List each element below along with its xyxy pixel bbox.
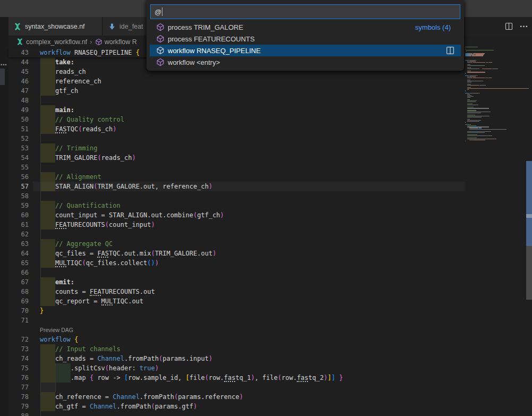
quick-open-item-1[interactable]: process FEATURECOUNTS	[150, 33, 461, 45]
editor-scrollbar-thumb[interactable]	[526, 246, 532, 300]
tab-label: ide_feat	[119, 23, 143, 30]
minimap-line	[467, 97, 470, 98]
minimap-line	[468, 54, 475, 55]
line-number: 50	[14, 115, 29, 124]
minimap-line	[467, 64, 470, 65]
line-number: 74	[14, 354, 29, 363]
code-line-57: 57 STAR_ALIGN(TRIM_GALORE.out, reference…	[8, 182, 465, 191]
arrow-down-icon	[108, 22, 116, 31]
breadcrumb-file[interactable]: complex_workflow.nf	[26, 38, 87, 46]
code-line-61: 61 FEATURECOUNTS(count_input)	[8, 220, 465, 230]
minimap-line	[492, 69, 498, 69]
code-text: workflow {	[40, 335, 78, 344]
minimap-line	[467, 119, 470, 120]
code-text: qc_files = FASTQC.out.mix(TRIM_GALORE.ou…	[40, 249, 216, 258]
minimap-line	[467, 71, 471, 71]
codelens-preview-dag[interactable]: Preview DAG	[40, 325, 73, 335]
minimap-line	[469, 140, 475, 140]
minimap-line	[470, 124, 470, 125]
minimap-line	[479, 131, 491, 132]
code-text: // Alignment	[40, 172, 101, 182]
nextflow-logo-icon	[13, 22, 22, 31]
quick-open-input[interactable]: @	[150, 4, 460, 19]
nextflow-logo-icon	[16, 38, 24, 46]
minimap-line	[467, 88, 529, 89]
minimap-line	[469, 129, 507, 130]
line-number: 71	[14, 316, 29, 325]
line-number: 44	[14, 57, 29, 67]
code-editor[interactable]: 44 take:45 reads_ch46 reference_ch47 gtf…	[8, 48, 532, 416]
code-line-73: 73 // Input channels	[8, 344, 465, 354]
code-text: emit:	[40, 277, 74, 287]
overview-ruler-cursor	[526, 214, 532, 218]
code-text: gtf_ch	[40, 86, 78, 96]
code-line-71: 71	[8, 316, 465, 325]
quick-open-item-2[interactable]: workflow RNASEQ_PIPELINE	[150, 45, 461, 56]
minimap-line	[467, 94, 470, 95]
minimap-line	[467, 80, 470, 80]
split-editor-icon[interactable]	[446, 46, 454, 55]
minimap-line	[467, 87, 471, 88]
minimap-line	[467, 139, 487, 139]
hint-diagnostic-dots	[297, 381, 308, 382]
minimap-line	[477, 75, 477, 76]
quick-open-item-3[interactable]: workflow <entry>	[150, 56, 461, 68]
line-number: 45	[14, 67, 29, 77]
overview-ruler-range	[526, 161, 532, 246]
ellipsis-icon	[520, 22, 528, 30]
line-number: 49	[14, 105, 29, 115]
indent-rainbow-strip	[40, 383, 56, 392]
code-text: // Input channels	[40, 344, 121, 354]
hint-diagnostic-dots	[101, 304, 113, 305]
minimap-line	[465, 49, 466, 49]
split-editor-button[interactable]	[501, 17, 516, 36]
minimap-line	[465, 93, 469, 94]
minimap-line	[487, 139, 495, 139]
code-text: ch_gtf = Channel.fromPath(params.gtf)	[40, 402, 197, 411]
line-number: 43	[14, 48, 29, 57]
minimap-line	[467, 107, 474, 107]
minimap-line	[469, 61, 476, 62]
line-number: 46	[14, 77, 29, 86]
code-line-76: 76 .map { row -> [row.sample_id, [file(r…	[8, 373, 465, 383]
symbol-cube-icon	[156, 58, 165, 66]
line-number: 59	[14, 201, 29, 210]
minimap-line	[467, 112, 491, 112]
minimap-line	[467, 104, 473, 104]
hint-diagnostic-dots	[55, 132, 66, 133]
minimap-line	[482, 69, 492, 69]
minimap[interactable]	[465, 47, 532, 416]
hint-diagnostic-dots	[55, 266, 66, 267]
minimap-line	[481, 128, 482, 128]
line-number: 56	[14, 172, 29, 182]
minimap-line	[467, 67, 471, 68]
line-number: 70	[14, 306, 29, 316]
minimap-line	[467, 82, 471, 82]
indent-guide	[40, 134, 41, 143]
line-number: 63	[14, 239, 29, 249]
code-line-60: 60 count_input = STAR_ALIGN.out.combine(…	[8, 210, 465, 220]
code-line-53: 53 // Trimming	[8, 143, 465, 153]
text-cursor	[162, 7, 162, 16]
quick-open-item-0[interactable]: process TRIM_GALOREsymbols (4)	[150, 21, 461, 33]
ellipsis-icon[interactable]: •••	[1, 64, 6, 66]
code-line-59: 59 // Quantification	[8, 201, 465, 210]
minimap-line	[467, 95, 471, 96]
minimap-line	[467, 120, 481, 121]
code-text: // Trimming	[40, 143, 97, 153]
code-line-55: 55	[8, 163, 465, 172]
code-line-68: 68 counts = FEATURECOUNTS.out	[8, 287, 465, 296]
minimap-line	[470, 93, 478, 94]
line-number: 66	[14, 268, 29, 277]
sidebar-scrollbar-thumb[interactable]	[0, 69, 5, 85]
minimap-line	[467, 69, 479, 69]
code-line-46: 46 reference_ch	[8, 77, 465, 86]
line-number: 52	[14, 134, 29, 143]
breadcrumb-symbol[interactable]: workflow R	[105, 38, 137, 46]
hint-diagnostic-dots	[55, 228, 66, 229]
hint-diagnostic-dots	[224, 381, 235, 382]
code-text: }	[40, 306, 44, 316]
more-actions-button[interactable]	[516, 17, 531, 36]
tab-syntax-showcase[interactable]: syntax_showcase.nf	[8, 17, 102, 36]
code-line-47: 47 gtf_ch	[8, 86, 465, 96]
